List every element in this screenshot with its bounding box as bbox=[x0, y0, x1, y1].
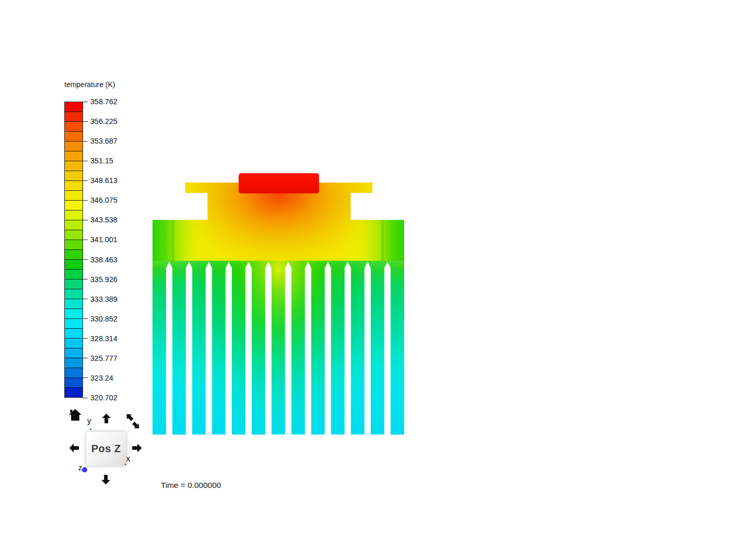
pan-down-button[interactable] bbox=[101, 474, 111, 485]
arrow-right-icon bbox=[131, 443, 143, 453]
axis-x-tip-dot bbox=[125, 464, 126, 465]
render-viewport[interactable]: temperature (K) 358.762356.225353.687351… bbox=[0, 0, 747, 560]
pan-left-button[interactable] bbox=[68, 443, 80, 453]
view-navigation-widget[interactable]: Pos Z y x z bbox=[62, 404, 150, 490]
arrow-left-icon bbox=[68, 443, 80, 453]
view-cube-face-button[interactable]: Pos Z bbox=[86, 432, 126, 466]
arrow-down-icon bbox=[101, 474, 111, 485]
time-annotation: Time = 0.000000 bbox=[161, 481, 221, 490]
axis-y-tip-dot bbox=[90, 428, 91, 430]
home-icon bbox=[68, 408, 82, 422]
heatsink-body bbox=[153, 111, 404, 279]
pan-up-button[interactable] bbox=[101, 413, 112, 424]
home-button[interactable] bbox=[68, 408, 82, 422]
rotate-diagonal-arrows-icon bbox=[125, 412, 141, 431]
pan-right-button[interactable] bbox=[131, 443, 143, 453]
axis-x-label: x bbox=[126, 454, 130, 464]
arrow-up-icon bbox=[101, 413, 112, 424]
rotate-button[interactable] bbox=[125, 412, 141, 431]
axis-y-label: y bbox=[87, 416, 91, 426]
chip-heat-source bbox=[239, 173, 319, 193]
axis-z-ball bbox=[82, 467, 87, 472]
